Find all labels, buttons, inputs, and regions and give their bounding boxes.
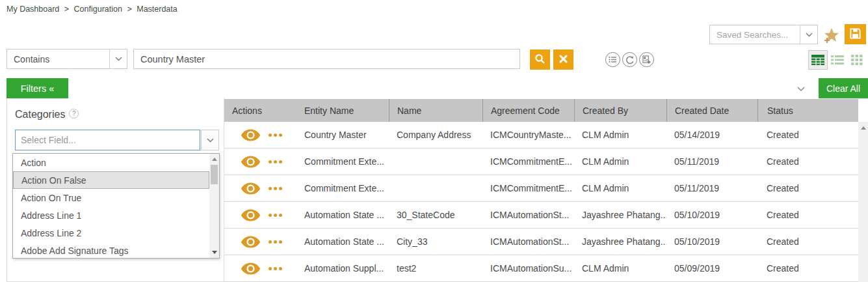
breadcrumb-item-masterdata[interactable]: Masterdata	[137, 5, 178, 14]
breadcrumb-separator: >	[127, 5, 131, 14]
table-row[interactable]: Commitment Exte... ICMCommitmentE... CLM…	[224, 175, 858, 202]
help-icon[interactable]: ?	[69, 109, 79, 119]
chevron-down-icon[interactable]	[800, 25, 817, 44]
category-option[interactable]: Address Line 2	[13, 224, 209, 242]
col-actions[interactable]: Actions	[224, 99, 299, 122]
category-options-list: Action Action On False Action On True Ad…	[13, 154, 209, 258]
col-status[interactable]: Status	[757, 99, 858, 122]
table-scrollbar[interactable]	[858, 122, 868, 282]
more-actions-icon[interactable]	[269, 134, 282, 137]
refresh-icon[interactable]	[622, 52, 637, 67]
col-entity-name[interactable]: Entity Name	[299, 99, 389, 122]
cell-status: Created	[757, 156, 858, 167]
table-row[interactable]: Automation State ... City_33 ICMAutomati…	[224, 229, 858, 255]
categories-heading: Categories ?	[15, 109, 79, 120]
scroll-up-icon[interactable]	[209, 154, 219, 164]
search-input[interactable]	[133, 49, 520, 69]
cell-created-date: 05/10/2019	[666, 210, 757, 220]
col-agreement-code[interactable]: Agreement Code	[482, 99, 574, 122]
export-icon[interactable]	[639, 52, 654, 67]
eye-icon[interactable]	[241, 235, 261, 249]
scroll-up-icon[interactable]	[858, 123, 868, 133]
row-actions-cell	[224, 235, 299, 249]
category-option[interactable]: Action	[13, 154, 209, 171]
eye-icon[interactable]	[241, 182, 261, 195]
cell-created-by: CLM Admin	[574, 156, 666, 167]
table-view-icon[interactable]	[808, 50, 828, 70]
scrollbar-thumb[interactable]	[211, 165, 218, 184]
cell-agreement-code: ICMAutomationSu...	[482, 263, 574, 274]
more-actions-icon[interactable]	[269, 160, 282, 163]
cell-agreement-code: ICMAutomationSt...	[482, 210, 574, 220]
cell-agreement-code: ICMCountryMaste...	[482, 130, 574, 140]
cell-entity-name: Commitment Exte...	[299, 156, 389, 167]
row-actions-cell	[224, 262, 299, 275]
view-toggles	[808, 50, 867, 70]
breadcrumb-item-dashboard[interactable]: My Dashboard	[7, 5, 59, 14]
close-icon	[559, 55, 568, 65]
breadcrumb-item-configuration[interactable]: Configuration	[74, 5, 122, 14]
search-operator-select[interactable]: Contains	[7, 49, 127, 69]
cell-created-date: 05/10/2019	[666, 236, 757, 247]
category-option[interactable]: Action On True	[13, 189, 209, 206]
search-icon	[534, 53, 546, 66]
chevron-down-icon[interactable]	[201, 130, 219, 150]
more-actions-icon[interactable]	[269, 214, 282, 217]
cell-created-by: CLM Admin	[574, 263, 666, 274]
save-search-button[interactable]	[845, 24, 866, 44]
cell-entity-name: Commitment Exte...	[299, 183, 389, 193]
category-select-field	[15, 130, 219, 150]
saved-searches-combobox[interactable]: Saved Searches...	[709, 25, 818, 44]
cell-agreement-code: ICMCommitmentE...	[482, 183, 574, 193]
search-button[interactable]	[530, 49, 550, 70]
more-actions-icon[interactable]	[269, 240, 282, 244]
cell-entity-name: Automation Suppl...	[299, 263, 389, 274]
clear-search-button[interactable]	[553, 49, 573, 70]
table-row[interactable]: Commitment Exte... ICMCommitmentE... CLM…	[224, 148, 858, 175]
filters-toggle-button[interactable]: Filters «	[7, 78, 68, 98]
eye-icon[interactable]	[241, 208, 261, 222]
favorite-search-star-icon[interactable]	[822, 26, 841, 44]
category-search-input[interactable]	[15, 130, 200, 150]
cell-status: Created	[757, 263, 858, 274]
category-option[interactable]: Action On False	[13, 171, 209, 189]
cell-agreement-code: ICMCommitmentE...	[482, 156, 574, 167]
cell-created-date: 05/11/2019	[666, 156, 757, 167]
col-name[interactable]: Name	[389, 99, 482, 122]
scroll-down-icon[interactable]	[209, 247, 219, 257]
eye-icon[interactable]	[241, 155, 261, 169]
col-created-date[interactable]: Created Date	[666, 99, 757, 122]
dropdown-scrollbar[interactable]	[209, 154, 219, 258]
list-view-icon[interactable]	[828, 50, 847, 70]
eye-icon[interactable]	[241, 128, 261, 142]
clear-all-button[interactable]: Clear All	[819, 78, 868, 98]
category-dropdown: Action Action On False Action On True Ad…	[12, 153, 220, 259]
results-list-icon[interactable]	[605, 52, 620, 67]
categories-title: Categories	[15, 109, 65, 120]
col-created-by[interactable]: Created By	[574, 99, 666, 122]
category-option[interactable]: Adobe Add Signature Tags	[13, 242, 209, 259]
breadcrumb: My Dashboard > Configuration > Masterdat…	[7, 5, 180, 14]
cell-status: Created	[757, 236, 858, 247]
filters-bar-chevron-icon[interactable]	[797, 83, 805, 94]
eye-icon[interactable]	[241, 262, 261, 275]
row-actions-cell	[224, 208, 299, 222]
category-option[interactable]: Address Line 1	[13, 206, 209, 224]
grid-view-icon[interactable]	[847, 50, 867, 70]
table-row[interactable]: Country Master Company Address ICMCountr…	[224, 122, 858, 148]
cell-created-date: 05/09/2019	[666, 263, 757, 274]
cell-name: City_33	[389, 236, 482, 247]
table-row[interactable]: Automation State ... 30_StateCode ICMAut…	[224, 202, 858, 229]
cell-name: Company Address	[389, 130, 482, 140]
table-row[interactable]: Automation Suppl... test2 ICMAutomationS…	[224, 255, 858, 282]
breadcrumb-separator: >	[64, 5, 69, 14]
chevron-down-icon[interactable]	[109, 49, 127, 68]
search-operator-value: Contains	[7, 54, 109, 64]
more-actions-icon[interactable]	[269, 187, 282, 190]
more-actions-icon[interactable]	[269, 267, 282, 270]
masterdata-table: Actions Entity Name Name Agreement Code …	[224, 99, 858, 282]
filters-panel: Categories ? Action Action On False Acti…	[7, 98, 224, 282]
cell-entity-name: Automation State ...	[299, 210, 389, 220]
cell-created-by: Jayashree Phatang...	[574, 236, 666, 247]
cell-status: Created	[757, 183, 858, 193]
